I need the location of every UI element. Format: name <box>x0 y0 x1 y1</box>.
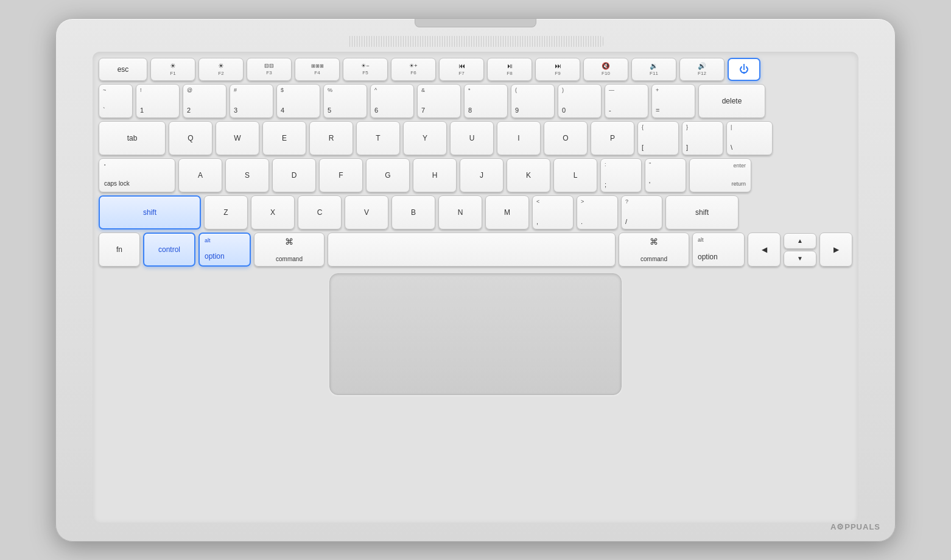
key-arrow-down[interactable]: ▼ <box>784 251 816 267</box>
key-f2[interactable]: ☀ F2 <box>198 58 244 81</box>
key-n[interactable]: N <box>438 195 482 229</box>
arrow-up-down-group: ▲ ▼ <box>784 233 816 267</box>
f9-icon: ⏭ <box>555 63 561 69</box>
key-1[interactable]: ! 1 <box>136 84 180 118</box>
key-command-right[interactable]: ⌘ command <box>619 233 689 267</box>
key-q[interactable]: Q <box>169 121 212 155</box>
f6-label: F6 <box>410 70 416 75</box>
key-o[interactable]: O <box>544 121 588 155</box>
key-arrow-left[interactable]: ◀ <box>748 233 781 267</box>
key-space[interactable] <box>328 233 616 267</box>
key-r[interactable]: R <box>309 121 353 155</box>
key-c[interactable]: C <box>298 195 342 229</box>
f2-icon: ☀ <box>218 63 224 69</box>
key-quote[interactable]: " ' <box>645 158 686 192</box>
key-f4[interactable]: ⊞⊞⊞ F4 <box>295 58 340 81</box>
key-d[interactable]: D <box>272 158 316 192</box>
key-f[interactable]: F <box>319 158 363 192</box>
key-k[interactable]: K <box>507 158 550 192</box>
key-6[interactable]: ^ 6 <box>370 84 414 118</box>
f2-label: F2 <box>218 71 223 76</box>
key-command-left[interactable]: ⌘ command <box>254 233 325 267</box>
key-f7[interactable]: ⏮ F7 <box>439 58 484 81</box>
key-u[interactable]: U <box>450 121 494 155</box>
key-period[interactable]: > . <box>577 195 618 229</box>
qwerty-key-row: tab Q W E R T Y U I O P { [ } ] | \ <box>99 121 852 155</box>
key-e[interactable]: E <box>262 121 306 155</box>
zxcv-key-row: shift Z X C V B N M < , > . ? / shift <box>99 195 852 229</box>
key-8[interactable]: * 8 <box>464 84 508 118</box>
key-backslash[interactable]: | \ <box>726 121 773 155</box>
f8-icon: ⏯ <box>507 63 513 69</box>
key-enter[interactable]: enter return <box>689 158 751 192</box>
key-option-left[interactable]: alt option <box>198 233 251 267</box>
key-fn[interactable]: fn <box>99 233 140 267</box>
key-comma[interactable]: < , <box>532 195 574 229</box>
number-key-row: ~ ` ! 1 @ 2 # 3 $ 4 % 5 <box>99 84 852 118</box>
key-7[interactable]: & 7 <box>417 84 461 118</box>
key-h[interactable]: H <box>413 158 457 192</box>
trackpad[interactable] <box>329 273 622 395</box>
f7-label: F7 <box>458 71 464 76</box>
key-power[interactable]: ⏻ <box>728 58 760 81</box>
key-z[interactable]: Z <box>204 195 248 229</box>
key-option-right[interactable]: alt option <box>692 233 745 267</box>
key-y[interactable]: Y <box>403 121 447 155</box>
speaker-grille <box>348 36 603 47</box>
key-semicolon[interactable]: : ; <box>600 158 642 192</box>
tab-label: tab <box>127 134 138 142</box>
key-f1[interactable]: ☀ F1 <box>150 58 195 81</box>
key-4[interactable]: $ 4 <box>276 84 320 118</box>
key-i[interactable]: I <box>497 121 541 155</box>
shift-right-label: shift <box>695 208 709 217</box>
f3-label: F3 <box>266 70 272 75</box>
key-esc[interactable]: esc <box>99 58 147 81</box>
key-w[interactable]: W <box>216 121 259 155</box>
bottom-key-row: fn control alt option ⌘ command ⌘ comman… <box>99 233 852 267</box>
key-arrow-up[interactable]: ▲ <box>784 233 816 249</box>
key-f3[interactable]: ⊟⊟ F3 <box>247 58 292 81</box>
key-f6[interactable]: ☀+ F6 <box>391 58 436 81</box>
key-equals[interactable]: + = <box>651 84 695 118</box>
key-v[interactable]: V <box>345 195 388 229</box>
key-capslock[interactable]: • caps lock <box>99 158 175 192</box>
key-control[interactable]: control <box>143 233 195 267</box>
key-a[interactable]: A <box>178 158 222 192</box>
key-f12[interactable]: 🔊 F12 <box>679 58 725 81</box>
key-f10[interactable]: 🔇 F10 <box>583 58 628 81</box>
key-t[interactable]: T <box>356 121 400 155</box>
key-m[interactable]: M <box>485 195 529 229</box>
key-9[interactable]: ( 9 <box>511 84 555 118</box>
key-delete[interactable]: delete <box>698 84 765 118</box>
key-5[interactable]: % 5 <box>323 84 367 118</box>
key-x[interactable]: X <box>251 195 295 229</box>
key-f5[interactable]: ☀− F5 <box>343 58 388 81</box>
key-tab[interactable]: tab <box>99 121 166 155</box>
key-f8[interactable]: ⏯ F8 <box>487 58 532 81</box>
option-right-label: option <box>698 253 718 261</box>
key-close-bracket[interactable]: } ] <box>682 121 723 155</box>
key-j[interactable]: J <box>460 158 504 192</box>
key-2[interactable]: @ 2 <box>183 84 226 118</box>
key-p[interactable]: P <box>591 121 634 155</box>
key-0[interactable]: ) 0 <box>558 84 602 118</box>
command-left-label: command <box>276 256 303 262</box>
f7-icon: ⏮ <box>458 63 465 69</box>
key-arrow-right[interactable]: ▶ <box>819 233 852 267</box>
f5-icon: ☀− <box>361 63 369 69</box>
key-g[interactable]: G <box>366 158 410 192</box>
key-l[interactable]: L <box>553 158 597 192</box>
key-s[interactable]: S <box>225 158 269 192</box>
key-b[interactable]: B <box>391 195 435 229</box>
key-shift-right[interactable]: shift <box>665 195 739 229</box>
key-minus[interactable]: — - <box>605 84 648 118</box>
key-f11[interactable]: 🔉 F11 <box>631 58 676 81</box>
watermark: A⚙PPUALS <box>830 522 880 531</box>
key-open-bracket[interactable]: { [ <box>637 121 679 155</box>
key-f9[interactable]: ⏭ F9 <box>535 58 580 81</box>
key-shift-left[interactable]: shift <box>99 195 201 229</box>
key-slash[interactable]: ? / <box>621 195 662 229</box>
key-3[interactable]: # 3 <box>230 84 273 118</box>
key-backtick[interactable]: ~ ` <box>99 84 133 118</box>
control-label: control <box>158 245 180 254</box>
